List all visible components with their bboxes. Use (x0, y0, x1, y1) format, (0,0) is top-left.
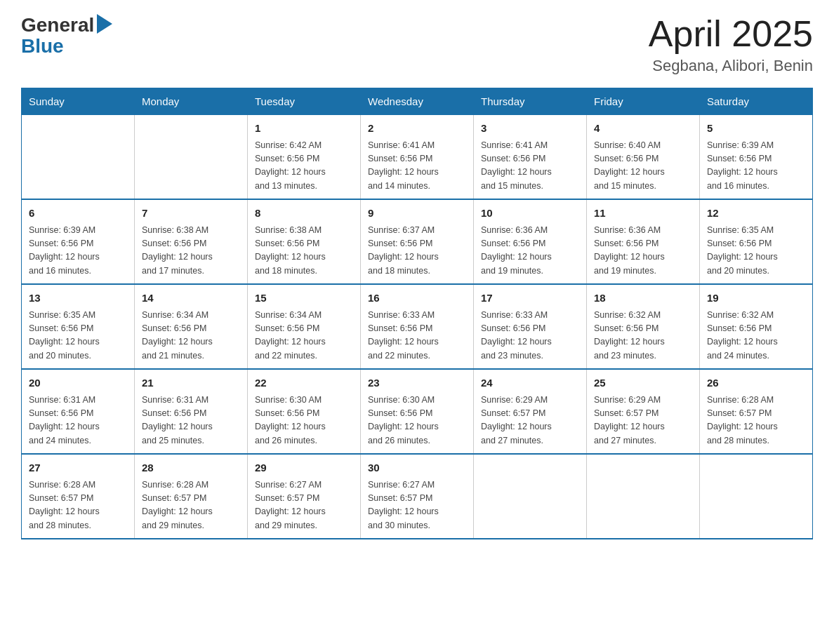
calendar-subtitle: Segbana, Alibori, Benin (649, 57, 813, 75)
day-number: 9 (368, 206, 466, 222)
day-number: 17 (481, 290, 579, 307)
day-info: Sunrise: 6:33 AM Sunset: 6:56 PM Dayligh… (368, 309, 466, 363)
day-number: 8 (255, 206, 353, 222)
empty-cell (135, 115, 248, 200)
day-info: Sunrise: 6:29 AM Sunset: 6:57 PM Dayligh… (481, 394, 579, 448)
page-header: General Blue April 2025 Segbana, Alibori… (21, 14, 813, 75)
day-info: Sunrise: 6:27 AM Sunset: 6:57 PM Dayligh… (368, 478, 466, 533)
day-cell-11: 11Sunrise: 6:36 AM Sunset: 6:56 PM Dayli… (587, 199, 700, 284)
day-cell-21: 21Sunrise: 6:31 AM Sunset: 6:56 PM Dayli… (135, 369, 248, 454)
day-cell-2: 2Sunrise: 6:41 AM Sunset: 6:56 PM Daylig… (361, 115, 474, 200)
day-info: Sunrise: 6:29 AM Sunset: 6:57 PM Dayligh… (594, 394, 692, 448)
day-number: 25 (594, 375, 692, 391)
day-number: 16 (368, 290, 466, 307)
day-number: 27 (29, 460, 127, 476)
day-number: 10 (481, 206, 579, 222)
day-cell-9: 9Sunrise: 6:37 AM Sunset: 6:56 PM Daylig… (361, 199, 474, 284)
day-cell-7: 7Sunrise: 6:38 AM Sunset: 6:56 PM Daylig… (135, 199, 248, 284)
day-cell-3: 3Sunrise: 6:41 AM Sunset: 6:56 PM Daylig… (474, 115, 587, 200)
day-cell-26: 26Sunrise: 6:28 AM Sunset: 6:57 PM Dayli… (700, 369, 813, 454)
day-number: 15 (255, 290, 353, 307)
day-info: Sunrise: 6:30 AM Sunset: 6:56 PM Dayligh… (368, 394, 466, 448)
logo-blue-text: Blue (21, 36, 64, 56)
day-number: 21 (142, 375, 240, 391)
week-row-4: 20Sunrise: 6:31 AM Sunset: 6:56 PM Dayli… (22, 369, 813, 454)
week-row-1: 1Sunrise: 6:42 AM Sunset: 6:56 PM Daylig… (22, 115, 813, 200)
day-cell-5: 5Sunrise: 6:39 AM Sunset: 6:56 PM Daylig… (700, 115, 813, 200)
day-cell-25: 25Sunrise: 6:29 AM Sunset: 6:57 PM Dayli… (587, 369, 700, 454)
day-cell-19: 19Sunrise: 6:32 AM Sunset: 6:56 PM Dayli… (700, 284, 813, 369)
day-info: Sunrise: 6:28 AM Sunset: 6:57 PM Dayligh… (142, 478, 240, 533)
day-info: Sunrise: 6:28 AM Sunset: 6:57 PM Dayligh… (707, 394, 805, 448)
weekday-header-wednesday: Wednesday (361, 88, 474, 115)
day-cell-1: 1Sunrise: 6:42 AM Sunset: 6:56 PM Daylig… (248, 115, 361, 200)
day-number: 24 (481, 375, 579, 391)
day-cell-22: 22Sunrise: 6:30 AM Sunset: 6:56 PM Dayli… (248, 369, 361, 454)
day-number: 5 (707, 121, 805, 137)
day-cell-17: 17Sunrise: 6:33 AM Sunset: 6:56 PM Dayli… (474, 284, 587, 369)
day-number: 14 (142, 290, 240, 307)
day-number: 22 (255, 375, 353, 391)
weekday-header-thursday: Thursday (474, 88, 587, 115)
day-number: 18 (594, 290, 692, 307)
title-block: April 2025 Segbana, Alibori, Benin (649, 14, 813, 75)
weekday-header-saturday: Saturday (700, 88, 813, 115)
day-number: 29 (255, 460, 353, 476)
day-number: 1 (255, 121, 353, 137)
day-info: Sunrise: 6:34 AM Sunset: 6:56 PM Dayligh… (255, 309, 353, 363)
weekday-header-sunday: Sunday (22, 88, 135, 115)
day-info: Sunrise: 6:27 AM Sunset: 6:57 PM Dayligh… (255, 478, 353, 533)
day-cell-12: 12Sunrise: 6:35 AM Sunset: 6:56 PM Dayli… (700, 199, 813, 284)
day-info: Sunrise: 6:39 AM Sunset: 6:56 PM Dayligh… (29, 224, 127, 279)
day-info: Sunrise: 6:33 AM Sunset: 6:56 PM Dayligh… (481, 309, 579, 363)
logo-general-text: General (21, 15, 94, 35)
week-row-5: 27Sunrise: 6:28 AM Sunset: 6:57 PM Dayli… (22, 454, 813, 539)
day-info: Sunrise: 6:32 AM Sunset: 6:56 PM Dayligh… (594, 309, 692, 363)
day-cell-29: 29Sunrise: 6:27 AM Sunset: 6:57 PM Dayli… (248, 454, 361, 539)
day-number: 3 (481, 121, 579, 137)
day-number: 2 (368, 121, 466, 137)
week-row-3: 13Sunrise: 6:35 AM Sunset: 6:56 PM Dayli… (22, 284, 813, 369)
day-cell-20: 20Sunrise: 6:31 AM Sunset: 6:56 PM Dayli… (22, 369, 135, 454)
day-cell-18: 18Sunrise: 6:32 AM Sunset: 6:56 PM Dayli… (587, 284, 700, 369)
day-info: Sunrise: 6:42 AM Sunset: 6:56 PM Dayligh… (255, 139, 353, 194)
day-cell-28: 28Sunrise: 6:28 AM Sunset: 6:57 PM Dayli… (135, 454, 248, 539)
empty-cell (587, 454, 700, 539)
day-cell-16: 16Sunrise: 6:33 AM Sunset: 6:56 PM Dayli… (361, 284, 474, 369)
day-number: 7 (142, 206, 240, 222)
day-info: Sunrise: 6:28 AM Sunset: 6:57 PM Dayligh… (29, 478, 127, 533)
day-info: Sunrise: 6:30 AM Sunset: 6:56 PM Dayligh… (255, 394, 353, 448)
day-number: 23 (368, 375, 466, 391)
weekday-header-friday: Friday (587, 88, 700, 115)
day-cell-15: 15Sunrise: 6:34 AM Sunset: 6:56 PM Dayli… (248, 284, 361, 369)
day-cell-30: 30Sunrise: 6:27 AM Sunset: 6:57 PM Dayli… (361, 454, 474, 539)
day-number: 28 (142, 460, 240, 476)
day-cell-10: 10Sunrise: 6:36 AM Sunset: 6:56 PM Dayli… (474, 199, 587, 284)
day-number: 12 (707, 206, 805, 222)
day-info: Sunrise: 6:38 AM Sunset: 6:56 PM Dayligh… (142, 224, 240, 279)
day-number: 6 (29, 206, 127, 222)
day-cell-24: 24Sunrise: 6:29 AM Sunset: 6:57 PM Dayli… (474, 369, 587, 454)
day-info: Sunrise: 6:35 AM Sunset: 6:56 PM Dayligh… (29, 309, 127, 363)
empty-cell (22, 115, 135, 200)
day-info: Sunrise: 6:36 AM Sunset: 6:56 PM Dayligh… (481, 224, 579, 279)
calendar-table: SundayMondayTuesdayWednesdayThursdayFrid… (21, 88, 813, 539)
day-cell-8: 8Sunrise: 6:38 AM Sunset: 6:56 PM Daylig… (248, 199, 361, 284)
day-info: Sunrise: 6:40 AM Sunset: 6:56 PM Dayligh… (594, 139, 692, 194)
day-number: 20 (29, 375, 127, 391)
day-number: 19 (707, 290, 805, 307)
logo: General Blue (21, 14, 112, 56)
day-cell-23: 23Sunrise: 6:30 AM Sunset: 6:56 PM Dayli… (361, 369, 474, 454)
day-info: Sunrise: 6:32 AM Sunset: 6:56 PM Dayligh… (707, 309, 805, 363)
weekday-header-monday: Monday (135, 88, 248, 115)
day-cell-6: 6Sunrise: 6:39 AM Sunset: 6:56 PM Daylig… (22, 199, 135, 284)
week-row-2: 6Sunrise: 6:39 AM Sunset: 6:56 PM Daylig… (22, 199, 813, 284)
svg-marker-0 (97, 14, 112, 34)
weekday-header-tuesday: Tuesday (248, 88, 361, 115)
weekday-header-row: SundayMondayTuesdayWednesdayThursdayFrid… (22, 88, 813, 115)
day-cell-14: 14Sunrise: 6:34 AM Sunset: 6:56 PM Dayli… (135, 284, 248, 369)
empty-cell (474, 454, 587, 539)
day-info: Sunrise: 6:31 AM Sunset: 6:56 PM Dayligh… (142, 394, 240, 448)
empty-cell (700, 454, 813, 539)
day-info: Sunrise: 6:34 AM Sunset: 6:56 PM Dayligh… (142, 309, 240, 363)
